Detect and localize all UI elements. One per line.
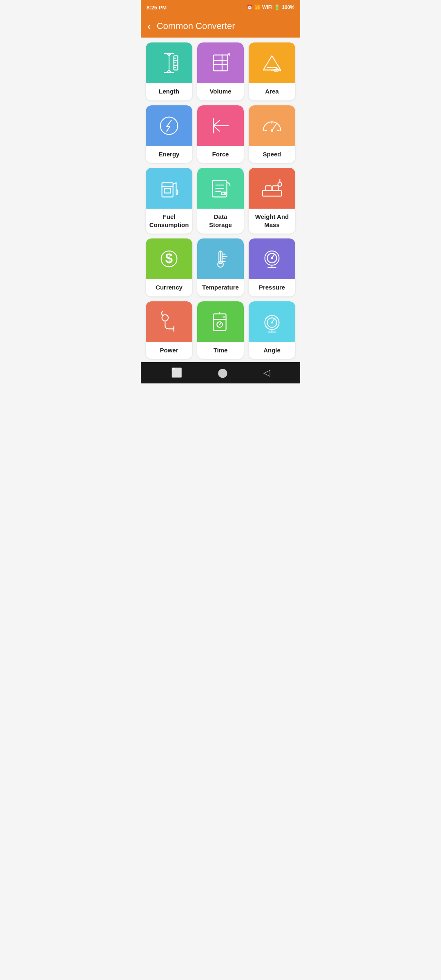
svg-rect-13 bbox=[214, 55, 228, 71]
card-volume[interactable]: Volume bbox=[197, 42, 244, 100]
fuel-icon bbox=[146, 168, 192, 209]
force-label: Force bbox=[211, 146, 231, 163]
card-data[interactable]: Data Storage bbox=[197, 168, 244, 234]
data-icon bbox=[197, 168, 244, 209]
converter-grid: Length Volume Area Energy Force bbox=[141, 38, 300, 362]
svg-point-44 bbox=[278, 182, 282, 186]
volume-label: Volume bbox=[208, 83, 233, 100]
card-fuel[interactable]: Fuel Consumption bbox=[146, 168, 192, 234]
weight-icon bbox=[249, 168, 295, 209]
nav-back-icon[interactable]: ◁ bbox=[263, 368, 270, 378]
power-icon bbox=[146, 301, 192, 342]
card-speed[interactable]: Speed bbox=[249, 105, 295, 163]
svg-point-58 bbox=[271, 257, 273, 259]
volume-icon bbox=[197, 42, 244, 83]
signal-icon: 📶 bbox=[254, 4, 261, 10]
pressure-icon bbox=[249, 238, 295, 279]
speed-icon bbox=[249, 105, 295, 146]
length-label: Length bbox=[157, 83, 181, 100]
svg-point-24 bbox=[160, 117, 178, 134]
card-length[interactable]: Length bbox=[146, 42, 192, 100]
wifi-icon: WiFi bbox=[262, 4, 272, 10]
card-energy[interactable]: Energy bbox=[146, 105, 192, 163]
currency-label: Currency bbox=[154, 279, 184, 296]
length-icon bbox=[146, 42, 192, 83]
svg-line-28 bbox=[272, 123, 277, 130]
force-icon bbox=[197, 105, 244, 146]
card-time[interactable]: Time bbox=[197, 301, 244, 359]
svg-rect-32 bbox=[162, 183, 173, 197]
data-label: Data Storage bbox=[207, 209, 234, 234]
card-force[interactable]: Force bbox=[197, 105, 244, 163]
energy-label: Energy bbox=[157, 146, 181, 163]
card-power[interactable]: Power bbox=[146, 301, 192, 359]
card-weight[interactable]: Weight And Mass bbox=[249, 168, 295, 234]
card-currency[interactable]: $ Currency bbox=[146, 238, 192, 296]
angle-label: Angle bbox=[262, 342, 282, 359]
nav-bar: ⬜ ⬤ ◁ bbox=[141, 362, 300, 383]
status-icons: ⏰ 📶 WiFi 🔋 100% bbox=[247, 4, 294, 10]
nav-square-icon[interactable]: ⬜ bbox=[171, 368, 182, 378]
battery-pct: 100% bbox=[282, 4, 294, 10]
time-label: Time bbox=[212, 342, 229, 359]
nav-home-icon[interactable]: ⬤ bbox=[218, 368, 228, 378]
fuel-label: Fuel Consumption bbox=[148, 209, 191, 234]
svg-rect-34 bbox=[164, 188, 171, 193]
status-time: 8:25 PM bbox=[147, 4, 167, 11]
currency-icon: $ bbox=[146, 238, 192, 279]
speed-label: Speed bbox=[261, 146, 283, 163]
time-icon bbox=[197, 301, 244, 342]
svg-point-74 bbox=[271, 321, 273, 323]
page-title: Common Converter bbox=[157, 21, 235, 31]
weight-label: Weight And Mass bbox=[254, 209, 291, 234]
pressure-label: Pressure bbox=[257, 279, 287, 296]
area-label: Area bbox=[263, 83, 280, 100]
area-icon bbox=[249, 42, 295, 83]
svg-rect-43 bbox=[273, 186, 278, 191]
svg-text:$: $ bbox=[165, 251, 173, 266]
status-bar: 8:25 PM ⏰ 📶 WiFi 🔋 100% bbox=[141, 0, 300, 15]
card-pressure[interactable]: Pressure bbox=[249, 238, 295, 296]
battery-icon: 🔋 bbox=[274, 4, 280, 10]
energy-icon bbox=[146, 105, 192, 146]
card-temperature[interactable]: Temperature bbox=[197, 238, 244, 296]
card-angle[interactable]: Angle bbox=[249, 301, 295, 359]
angle-icon bbox=[249, 301, 295, 342]
power-label: Power bbox=[158, 342, 180, 359]
svg-rect-41 bbox=[263, 191, 282, 196]
temperature-label: Temperature bbox=[200, 279, 241, 296]
alarm-icon: ⏰ bbox=[247, 4, 253, 10]
app-header: ‹ Common Converter bbox=[141, 15, 300, 38]
svg-point-69 bbox=[219, 324, 220, 325]
card-area[interactable]: Area bbox=[249, 42, 295, 100]
svg-rect-42 bbox=[266, 186, 272, 191]
back-button[interactable]: ‹ bbox=[147, 21, 151, 31]
temperature-icon bbox=[197, 238, 244, 279]
